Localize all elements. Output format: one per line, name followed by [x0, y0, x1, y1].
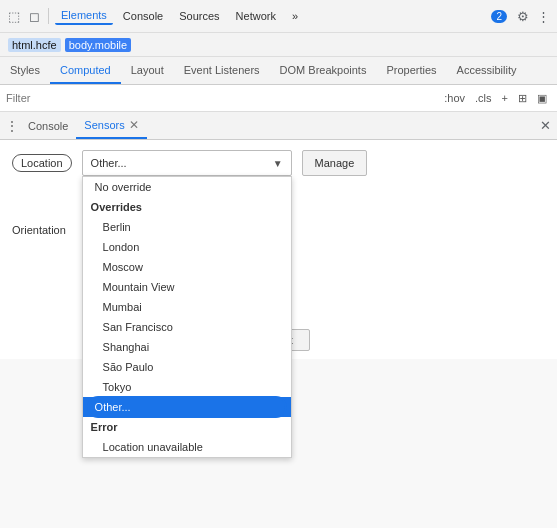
location-dropdown-container: Other... ▼ No override Overrides Berlin … [82, 150, 292, 176]
hov-button[interactable]: :hov [440, 91, 469, 105]
dropdown-item-mumbai[interactable]: Mumbai [83, 297, 291, 317]
sensors-panel: Location Other... ▼ No override Override… [0, 140, 557, 194]
toggle-button[interactable]: ▣ [533, 91, 551, 106]
cursor-icon[interactable]: ⬚ [6, 8, 22, 24]
tab-more[interactable]: » [286, 8, 304, 24]
settings-icon[interactable]: ⚙ [515, 8, 531, 24]
cls-button[interactable]: .cls [471, 91, 496, 105]
close-panel-icon[interactable]: ✕ [537, 118, 553, 134]
bottom-tabbar: ⋮ Console Sensors ✕ ✕ [0, 112, 557, 140]
breadcrumb-bar: html.hcfe body.mobile [0, 33, 557, 57]
tab-console[interactable]: Console [117, 8, 169, 24]
tab-sensors-close[interactable]: ✕ [129, 118, 139, 132]
badge: 2 [491, 10, 507, 23]
filter-buttons: :hov .cls + ⊞ ▣ [440, 91, 551, 106]
tab-accessibility[interactable]: Accessibility [447, 57, 527, 84]
dropdown-item-mountain-view[interactable]: Mountain View [83, 277, 291, 297]
dropdown-item-other[interactable]: Other... [83, 397, 291, 417]
dropdown-item-san-francisco[interactable]: San Francisco [83, 317, 291, 337]
location-label: Location [12, 154, 72, 172]
dropdown-value: Other... [91, 157, 127, 169]
dropdown-item-shanghai[interactable]: Shanghai [83, 337, 291, 357]
tab-computed[interactable]: Computed [50, 57, 121, 84]
tab-styles[interactable]: Styles [0, 57, 50, 84]
dropdown-item-london[interactable]: London [83, 237, 291, 257]
dropdown-item-location-unavailable[interactable]: Location unavailable [83, 437, 291, 457]
tab-sources[interactable]: Sources [173, 8, 225, 24]
tab-sensors[interactable]: Sensors ✕ [76, 112, 146, 139]
dropdown-header-overrides: Overrides [83, 197, 291, 217]
dropdown-header-error: Error [83, 417, 291, 437]
location-row: Location Other... ▼ No override Override… [12, 150, 545, 176]
dropdown-item-no-override[interactable]: No override [83, 177, 291, 197]
top-toolbar: ⬚ ◻ Elements Console Sources Network » 2… [0, 0, 557, 33]
tab-properties[interactable]: Properties [376, 57, 446, 84]
tab-event-listeners[interactable]: Event Listeners [174, 57, 270, 84]
toolbar-separator [48, 8, 49, 24]
dropdown-arrow-icon: ▼ [273, 158, 283, 169]
tab-sensors-label: Sensors [84, 119, 124, 131]
dropdown-item-sao-paulo[interactable]: São Paulo [83, 357, 291, 377]
dropdown-item-berlin[interactable]: Berlin [83, 217, 291, 237]
filter-input[interactable] [6, 92, 436, 104]
tab-network[interactable]: Network [230, 8, 282, 24]
add-style-button[interactable]: + [498, 91, 512, 105]
manage-button[interactable]: Manage [302, 150, 368, 176]
dropdown-item-tokyo[interactable]: Tokyo [83, 377, 291, 397]
new-rule-button[interactable]: ⊞ [514, 91, 531, 106]
location-dropdown[interactable]: Other... ▼ [82, 150, 292, 176]
tab-elements[interactable]: Elements [55, 7, 113, 25]
dropdown-item-moscow[interactable]: Moscow [83, 257, 291, 277]
inspect-icon[interactable]: ◻ [26, 8, 42, 24]
location-dropdown-menu: No override Overrides Berlin London Mosc… [82, 176, 292, 458]
filter-bar: :hov .cls + ⊞ ▣ [0, 85, 557, 112]
breadcrumb-body[interactable]: body.mobile [65, 38, 132, 52]
orientation-label: Orientation [12, 224, 92, 236]
breadcrumb-html[interactable]: html.hcfe [8, 38, 61, 52]
more-icon[interactable]: ⋮ [535, 8, 551, 24]
tab-console-bottom[interactable]: Console [20, 112, 76, 139]
tab-layout[interactable]: Layout [121, 57, 174, 84]
styles-tabbar: Styles Computed Layout Event Listeners D… [0, 57, 557, 85]
tab-dom-breakpoints[interactable]: DOM Breakpoints [270, 57, 377, 84]
panel-menu-icon[interactable]: ⋮ [4, 118, 20, 134]
